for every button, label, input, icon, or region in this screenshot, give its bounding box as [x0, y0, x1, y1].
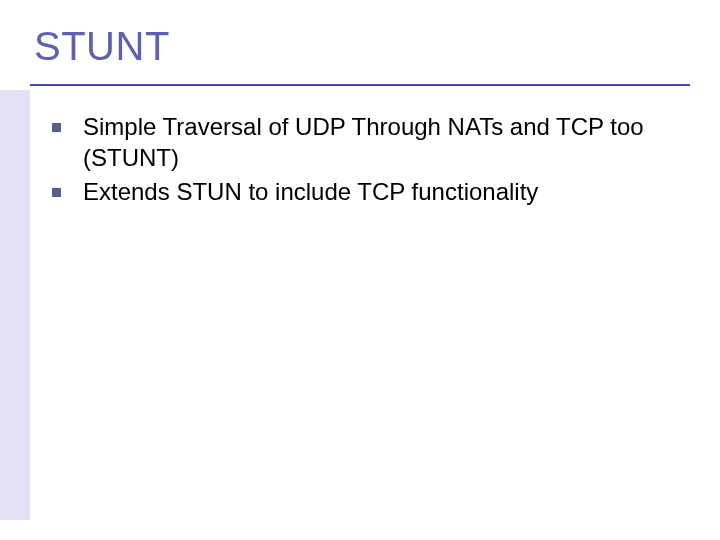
bullet-text: Simple Traversal of UDP Through NATs and… [83, 112, 672, 173]
slide: STUNT Simple Traversal of UDP Through NA… [0, 0, 720, 540]
title-underline [30, 84, 690, 86]
content-area: Simple Traversal of UDP Through NATs and… [52, 112, 672, 212]
list-item: Extends STUN to include TCP functionalit… [52, 177, 672, 208]
left-accent-strip [0, 90, 30, 520]
bullet-icon [52, 123, 61, 132]
bullet-text: Extends STUN to include TCP functionalit… [83, 177, 672, 208]
bullet-icon [52, 188, 61, 197]
slide-title: STUNT [34, 24, 170, 69]
list-item: Simple Traversal of UDP Through NATs and… [52, 112, 672, 173]
